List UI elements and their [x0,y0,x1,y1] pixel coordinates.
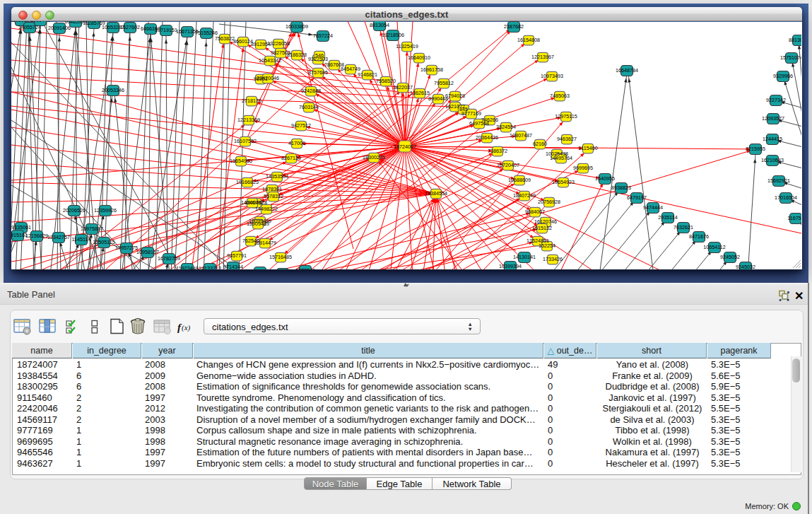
svg-text:19654985: 19654985 [230,158,252,164]
svg-text:14495764: 14495764 [550,155,572,161]
svg-text:8813054: 8813054 [789,37,801,43]
svg-text:12342757: 12342757 [47,234,70,240]
svg-text:19384554: 19384554 [425,190,447,197]
svg-text:116753: 116753 [787,215,801,221]
svg-text:15692921: 15692921 [767,177,790,184]
svg-text:8186328: 8186328 [287,52,307,58]
svg-text:6794028: 6794028 [445,93,465,99]
svg-text:152254: 152254 [539,243,555,249]
svg-text:9457791: 9457791 [227,252,247,259]
svg-text:14046792: 14046792 [241,199,264,206]
svg-text:19166825: 19166825 [236,179,259,185]
svg-text:18300295: 18300295 [363,154,385,160]
svg-text:1733426: 1733426 [543,256,563,262]
svg-text:16033809: 16033809 [286,23,308,30]
svg-text:8990448: 8990448 [30,21,50,23]
svg-text:10958167: 10958167 [136,249,159,255]
svg-text:14055724: 14055724 [18,24,41,30]
svg-text:20206526: 20206526 [63,207,86,214]
svg-text:2935114: 2935114 [658,214,677,221]
svg-text:19654923: 19654923 [552,179,575,185]
svg-text:16210643: 16210643 [761,157,784,163]
svg-text:14133713: 14133713 [199,265,221,269]
svg-text:15909489: 15909489 [247,221,269,227]
svg-text:9185943: 9185943 [250,269,270,269]
svg-text:20053346: 20053346 [102,87,124,93]
svg-text:14130141: 14130141 [513,254,536,260]
svg-text:(x): (x) [182,323,191,332]
svg-text:16648784: 16648784 [616,67,638,74]
svg-text:2387682: 2387682 [504,23,524,30]
svg-text:7955812: 7955812 [434,80,454,86]
svg-text:7857224: 7857224 [313,33,333,39]
svg-text:7603144: 7603144 [299,104,319,110]
svg-text:9463627: 9463627 [557,136,577,142]
svg-text:20364436: 20364436 [476,134,498,141]
svg-text:19218506: 19218506 [382,32,404,38]
svg-text:12213369: 12213369 [237,117,260,123]
svg-text:9427512: 9427512 [291,122,311,129]
svg-text:6479197: 6479197 [627,194,647,201]
svg-text:9714344: 9714344 [223,264,243,269]
svg-text:16120746: 16120746 [534,218,557,225]
svg-text:9699695: 9699695 [573,165,593,171]
svg-text:3824554: 3824554 [496,124,516,130]
svg-text:7563822: 7563822 [215,35,235,42]
svg-text:10719151: 10719151 [155,27,177,33]
svg-text:16154808: 16154808 [517,37,540,43]
svg-text:18407249: 18407249 [513,192,536,199]
svg-text:9245032: 9245032 [736,264,755,269]
svg-text:7558520: 7558520 [376,78,396,84]
svg-text:10973493: 10973493 [541,73,563,79]
svg-text:11325419: 11325419 [396,43,418,49]
svg-text:7632621: 7632621 [673,224,693,230]
svg-text:9115460: 9115460 [578,145,597,151]
svg-text:8938823: 8938823 [611,185,631,191]
svg-text:20091406: 20091406 [48,25,71,31]
svg-text:1244415: 1244415 [763,136,782,142]
svg-text:10688609: 10688609 [508,177,531,183]
svg-text:9245052: 9245052 [720,254,740,260]
svg-text:12975115: 12975115 [555,113,577,119]
svg-text:8813054: 8813054 [370,22,389,28]
svg-text:16107552: 16107552 [234,138,257,144]
svg-text:17016504: 17016504 [775,194,797,201]
svg-text:12505115: 12505115 [93,239,114,245]
svg-text:1145114: 1145114 [72,236,91,243]
svg-text:10543342: 10543342 [259,57,281,64]
svg-text:1527602: 1527602 [120,24,140,30]
svg-text:14353504: 14353504 [266,173,288,180]
svg-text:9329966: 9329966 [773,73,793,79]
svg-text:15751074: 15751074 [780,54,801,61]
svg-text:12093577: 12093577 [762,115,784,122]
svg-text:746266: 746266 [481,117,498,123]
svg-text:16914479: 16914479 [254,240,276,246]
svg-text:14498222: 14498222 [255,206,278,212]
svg-text:10975887: 10975887 [81,226,103,232]
svg-text:5578312: 5578312 [264,193,283,199]
svg-text:15720407: 15720407 [497,162,519,168]
svg-text:10807487: 10807487 [510,132,532,139]
svg-text:16939374: 16939374 [11,21,33,23]
svg-text:9474444: 9474444 [643,204,663,211]
svg-text:7386372: 7386372 [488,148,507,154]
svg-text:62160: 62160 [533,141,547,147]
svg-text:2718176: 2718176 [242,98,261,104]
svg-text:9777169: 9777169 [461,110,481,117]
svg-text:417006: 417006 [288,140,305,146]
svg-text:1878381: 1878381 [262,186,282,192]
svg-text:1277246: 1277246 [295,267,315,269]
svg-text:10654112: 10654112 [703,244,725,250]
svg-text:1615132: 1615132 [532,225,552,231]
svg-text:16640910: 16640910 [408,54,430,61]
svg-text:20756928: 20756928 [538,199,560,205]
svg-text:1640955: 1640955 [595,175,615,182]
svg-text:12359926: 12359926 [94,207,117,214]
svg-text:9684007: 9684007 [525,209,545,215]
svg-text:12213967: 12213967 [531,54,554,60]
svg-text:13226058: 13226058 [267,40,290,47]
svg-text:22420046: 22420046 [257,75,279,81]
svg-text:8471676: 8471676 [689,233,709,240]
svg-text:8267130: 8267130 [281,155,301,161]
svg-text:1362615: 1362615 [410,90,430,96]
